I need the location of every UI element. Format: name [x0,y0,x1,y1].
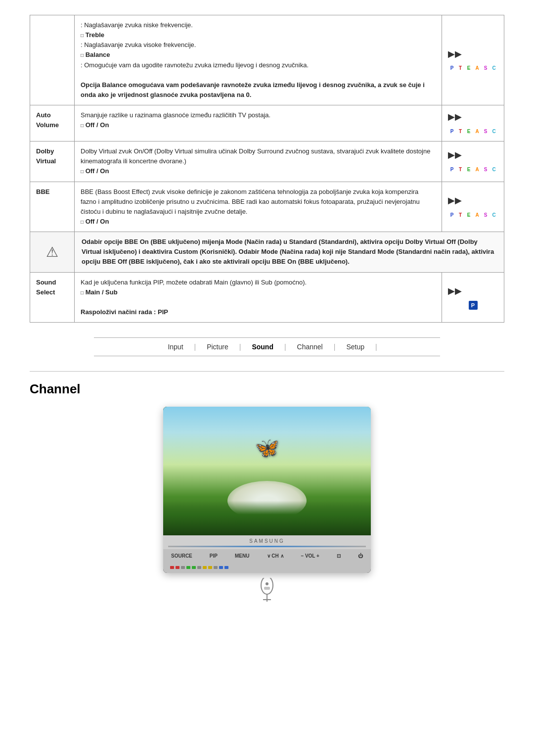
sound-select-pip: Raspoloživi načini rada : PIP [81,308,168,316]
tv-brand: SAMSUNG [168,538,366,544]
pteasc-colors-3: PTEASC [448,166,498,174]
balance-note: Opcija Balance omogućava vam podešavanje… [81,81,425,98]
table-row: BBE BBE (Bass Boost Effect) zvuk visoke … [30,182,504,232]
arrows-icon-5: ▶▶ [448,284,462,298]
tv-mode-btn[interactable]: ⊡ [337,553,341,559]
auto-volume-desc: Smanjuje razlike u razinama glasnoće izm… [81,111,270,119]
foliage [163,501,371,535]
warning-icon: ⚠ [46,244,58,260]
balance-desc: : Omogućuje vam da ugodite ravnotežu zvu… [81,61,309,69]
remote-cursor-icon [255,578,279,606]
treble-label: Treble [86,31,104,39]
section-divider [30,371,504,372]
treble-icon: □ [81,33,84,38]
dolby-off-on: Off / On [86,167,109,175]
content-table: : Naglašavanje zvuka niske frekvencije. … [30,15,504,323]
p-badge: P [469,301,478,310]
auto-volume-off-on: Off / On [86,121,109,129]
pteasc-colors-2: PTEASC [448,128,498,136]
table-row: AutoVolume Smanjuje razlike u razinama g… [30,105,504,142]
gray-button-3 [214,566,218,569]
menu-btn[interactable]: MENU [235,553,249,559]
tv-bezel: SAMSUNG [163,535,371,549]
table-row: DolbyVirtual Dolby Virtual zvuk On/Off (… [30,142,504,182]
bbe-icon: □ [81,219,84,225]
tv-illustration: 🦋 SAMSUNG SOURCE PIP MENU ∨ CH ∧ – VOL +… [163,407,371,573]
ch-btn[interactable]: ∨ CH ∧ [267,553,284,559]
sound-select-desc: Kad je uključena funkcija PIP, možete od… [81,279,307,286]
nav-picture[interactable]: Picture [196,343,239,351]
bbe-desc: BBE (Bass Boost Effect) zvuk visoke defi… [81,188,420,215]
tv-controls-bar: SOURCE PIP MENU ∨ CH ∧ – VOL + ⊡ ⏻ [163,549,371,563]
dolby-icon: □ [81,169,84,174]
red-button-2 [176,566,179,569]
nav-sound[interactable]: Sound [241,343,284,351]
bbe-off-on: Off / On [86,218,109,225]
table-row: : Naglašavanje zvuka niske frekvencije. … [30,15,504,105]
sound-select-label: SoundSelect [30,272,75,323]
nav-bar: Input | Picture | Sound | Channel | Setu… [94,337,440,356]
treble-desc: : Naglašavanje zvuka visoke frekvencije. [81,41,196,48]
bass-text: : Naglašavanje zvuka niske frekvencije. [81,21,193,29]
sound-select-icon: □ [81,290,84,295]
pteasc-colors-1: PTEASC [448,64,498,72]
pteasc-colors-4: PTEASC [448,211,498,219]
arrows-icon-1: ▶▶ [448,47,462,61]
blue-button-2 [224,566,228,569]
red-button [170,566,174,569]
yellow-button-2 [208,566,212,569]
power-btn[interactable]: ⏻ [358,553,363,559]
gray-button-1 [181,566,185,569]
content-cell: : Naglašavanje zvuka niske frekvencije. … [75,15,442,105]
pip-btn[interactable]: PIP [210,553,218,559]
svg-rect-4 [264,587,270,590]
label-cell [30,15,75,105]
bbe-note-content: Odabir opcije BBE On (BBE uključeno) mij… [75,232,504,272]
bbe-note-text: Odabir opcije BBE On (BBE uključeno) mij… [82,238,494,265]
dolby-desc: Dolby Virtual zvuk On/Off (Dolby Virtual… [81,147,430,165]
dolby-label: DolbyVirtual [30,142,75,182]
auto-volume-label: AutoVolume [30,105,75,142]
vol-btn[interactable]: – VOL + [301,553,319,559]
channel-section: Channel 🦋 SAMSUNG SOURCE PIP MENU [30,381,504,606]
svg-point-0 [261,578,273,594]
colored-buttons [170,566,364,569]
table-row: SoundSelect Kad je uključena funkcija PI… [30,272,504,323]
arrows-icon-4: ▶▶ [448,194,462,208]
pteasc-badge-1: ▶▶ PTEASC [442,15,504,105]
auto-volume-content: Smanjuje razlike u razinama glasnoće izm… [75,105,442,142]
colored-dots-row [163,563,371,573]
nav-input[interactable]: Input [157,343,194,351]
sound-select-badge: ▶▶ P [442,272,504,323]
tv-screen: 🦋 [163,407,371,535]
source-btn[interactable]: SOURCE [171,553,192,559]
yellow-button [203,566,207,569]
balance-label: Balance [86,51,110,58]
svg-point-3 [266,582,268,585]
pteasc-badge-3: ▶▶ PTEASC [442,142,504,182]
sound-select-main-sub: Main / Sub [86,288,118,296]
note-icon-cell: ⚠ [30,232,75,272]
pteasc-badge-2: ▶▶ PTEASC [442,105,504,142]
nav-sep-5: | [375,343,377,351]
tv-screen-inner: 🦋 [163,407,371,535]
bbe-note-row: ⚠ Odabir opcije BBE On (BBE uključeno) m… [30,232,504,272]
remote-svg [257,578,277,603]
nav-channel[interactable]: Channel [286,343,334,351]
green-button [186,566,190,569]
sound-select-content: Kad je uključena funkcija PIP, možete od… [75,272,442,323]
tv-accent-line [168,546,366,547]
bbe-content: BBE (Bass Boost Effect) zvuk visoke defi… [75,182,442,232]
bbe-label: BBE [30,182,75,232]
auto-volume-icon: □ [81,123,84,128]
butterfly-icon: 🦋 [255,436,279,460]
nav-setup[interactable]: Setup [335,343,375,351]
pteasc-badge-4: ▶▶ PTEASC [442,182,504,232]
arrows-icon-3: ▶▶ [448,148,462,162]
blue-button [219,566,223,569]
gray-button-2 [197,566,201,569]
arrows-icon-2: ▶▶ [448,110,462,124]
green-button-2 [192,566,196,569]
channel-title: Channel [30,381,504,397]
balance-icon: □ [81,52,84,58]
